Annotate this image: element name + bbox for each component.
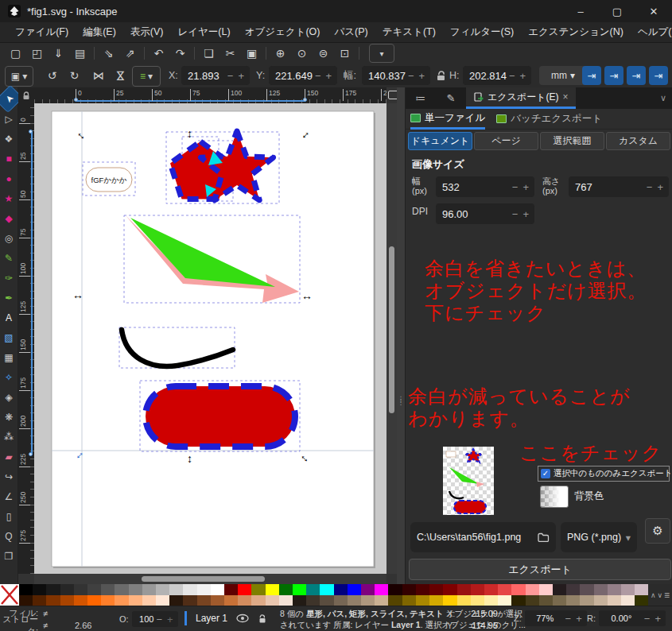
palette-swatch[interactable] <box>169 584 183 595</box>
palette-swatch[interactable] <box>471 584 484 595</box>
palette-swatch[interactable] <box>238 584 251 595</box>
spray-tool[interactable]: ⁂ <box>1 427 17 447</box>
vertical-scrollbar[interactable] <box>386 103 397 574</box>
menu-text[interactable]: テキスト(T) <box>377 23 441 41</box>
connector-tool[interactable]: ↪ <box>1 466 17 486</box>
palette-swatch[interactable] <box>429 595 443 606</box>
stroke-value[interactable]: ≠ <box>43 621 75 630</box>
import-icon[interactable]: ⇘ <box>98 45 119 62</box>
palette-swatch[interactable] <box>566 595 580 606</box>
canvas-viewport[interactable]: fGFかかか <box>34 103 386 574</box>
decrement-button[interactable]: − <box>406 70 417 82</box>
decrement-button[interactable]: − <box>563 613 574 625</box>
box3d-tool[interactable]: ◆ <box>1 208 17 228</box>
palette-swatch[interactable] <box>553 584 566 595</box>
close-button[interactable]: ✕ <box>635 0 672 22</box>
decrement-button[interactable]: − <box>225 70 236 82</box>
layer-name[interactable]: Layer 1 <box>196 613 227 624</box>
palette-swatch[interactable] <box>211 584 224 595</box>
palette-swatch[interactable] <box>142 595 156 606</box>
paste-icon[interactable]: ▣ <box>241 45 262 62</box>
selection-settings-button[interactable]: ▣▾ <box>5 66 33 87</box>
zoom-drawing-icon[interactable]: ⊕ <box>270 45 291 62</box>
tab-batch-export[interactable]: バッチエクスポート <box>496 109 602 130</box>
tab-single-file[interactable]: 単一ファイル <box>410 109 485 130</box>
width-input[interactable]: 140.837 − + <box>362 66 430 85</box>
panel-chevron-icon[interactable]: ∨ <box>660 93 666 103</box>
shape-builder-tool[interactable]: ❖ <box>1 129 17 149</box>
opacity-input[interactable]: 100 − + <box>132 611 178 627</box>
zoom-input[interactable]: 77% − + <box>525 610 587 626</box>
palette-swatch[interactable] <box>594 595 608 606</box>
palette-swatch[interactable] <box>526 595 539 606</box>
y-input[interactable]: 221.649 − + <box>269 66 337 85</box>
node-tool[interactable]: ▷ <box>1 109 17 129</box>
palette-swatch[interactable] <box>416 595 429 606</box>
panel-resize-grip[interactable]: ⋮⋮ <box>397 87 405 584</box>
text-tool[interactable]: A <box>1 308 17 327</box>
palette-swatch[interactable] <box>115 595 128 606</box>
palette-swatch[interactable] <box>471 595 484 606</box>
menu-edit[interactable]: 編集(E) <box>77 23 122 41</box>
palette-swatch[interactable] <box>46 584 60 595</box>
menu-file[interactable]: ファイル(F) <box>10 23 74 41</box>
unit-dropdown[interactable]: mm▾ <box>539 66 587 85</box>
export-path-input[interactable]: C:\Users\tan56\fig1.png <box>410 522 556 552</box>
height-input[interactable]: 202.814 − + <box>463 66 531 85</box>
pencil-tool[interactable]: ✎ <box>1 248 17 268</box>
palette-swatch[interactable] <box>74 595 87 606</box>
gradient-tool[interactable]: ▧ <box>1 327 17 347</box>
palette-swatch[interactable] <box>19 595 33 606</box>
decrement-button[interactable]: − <box>510 181 521 193</box>
area-document-button[interactable]: ドキュメント <box>408 132 472 150</box>
scale-corners-toggle[interactable]: ⇥ <box>604 66 623 85</box>
palette-swatch[interactable] <box>320 595 333 606</box>
palette-swatch[interactable] <box>60 595 74 606</box>
layer-visibility-icon[interactable] <box>236 614 249 623</box>
eraser-tool[interactable]: ▰ <box>1 447 17 466</box>
print-icon[interactable]: ▤ <box>69 45 91 62</box>
increment-button[interactable]: + <box>417 70 428 82</box>
export-width-input[interactable]: 532 − + <box>436 176 534 197</box>
palette-swatch[interactable] <box>279 584 293 595</box>
menu-extensions[interactable]: エクステンション(N) <box>522 23 629 41</box>
duplicate-icon[interactable]: ❏ <box>198 45 219 62</box>
document-properties-icon[interactable]: ✎ <box>436 92 466 104</box>
redo-icon[interactable]: ↷ <box>169 45 191 62</box>
palette-swatch[interactable] <box>635 595 648 606</box>
palette-swatch[interactable] <box>553 595 566 606</box>
area-custom-button[interactable]: カスタム <box>606 132 670 150</box>
palette-swatch[interactable] <box>348 595 361 606</box>
palette-swatch[interactable] <box>33 584 46 595</box>
decrement-button[interactable]: − <box>313 70 324 82</box>
increment-button[interactable]: + <box>652 613 663 625</box>
palette-swatch[interactable] <box>251 595 265 606</box>
flip-horizontal-button[interactable]: ⋈ <box>87 66 109 85</box>
palette-swatch[interactable] <box>101 584 115 595</box>
open-document-icon[interactable]: ◰ <box>26 45 48 62</box>
palette-swatch[interactable] <box>498 595 511 606</box>
paint-bucket-tool[interactable]: ◈ <box>1 387 17 407</box>
palette-swatch[interactable] <box>87 584 101 595</box>
palette-swatch[interactable] <box>375 584 388 595</box>
star-tool[interactable]: ★ <box>1 188 17 208</box>
only-selected-row[interactable]: 選択中のもののみエクスポート <box>538 466 670 482</box>
palette-swatch[interactable] <box>608 595 621 606</box>
new-document-icon[interactable]: ▢ <box>5 45 26 62</box>
palette-swatch[interactable] <box>142 584 156 595</box>
increment-button[interactable]: + <box>655 181 666 193</box>
palette-swatch[interactable] <box>266 584 279 595</box>
ellipse-tool[interactable]: ● <box>1 168 17 188</box>
palette-swatch[interactable] <box>115 584 128 595</box>
palette-scroll-up-icon[interactable]: ∧ <box>651 591 656 599</box>
palette-swatch[interactable] <box>87 595 101 606</box>
rotation-input[interactable]: 0.00° − + <box>599 610 666 626</box>
palette-swatch[interactable] <box>580 595 593 606</box>
palette-swatch[interactable] <box>416 584 429 595</box>
palette-swatch[interactable] <box>334 584 348 595</box>
mesh-gradient-tool[interactable]: ▦ <box>1 347 17 367</box>
horizontal-ruler[interactable]: 0255075100125150175200 <box>34 87 386 103</box>
rounded-rect-object[interactable] <box>140 381 300 451</box>
fill-value[interactable]: ≠ <box>43 609 75 618</box>
increment-button[interactable]: + <box>235 70 247 82</box>
